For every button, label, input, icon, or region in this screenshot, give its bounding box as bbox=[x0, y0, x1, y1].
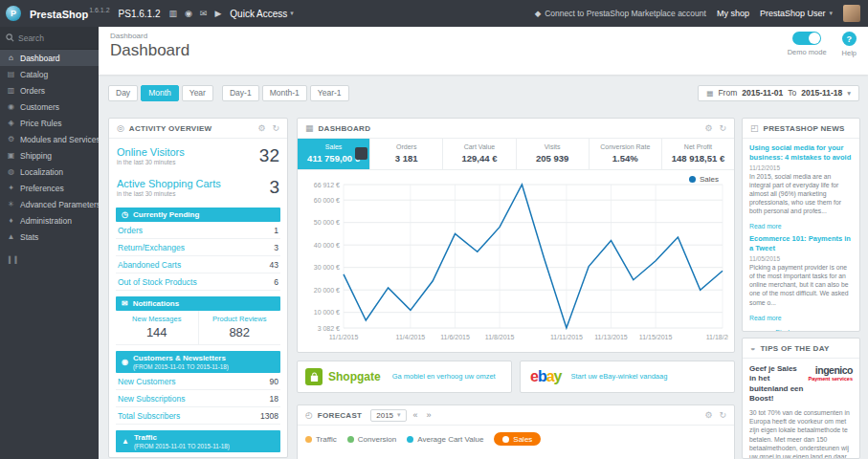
ebay-ad-panel[interactable]: ebay Start uw eBay-winkel vandaag bbox=[520, 361, 735, 393]
sidebar-item-orders[interactable]: ▥Orders bbox=[0, 82, 99, 98]
pending-title: Currently Pending bbox=[133, 210, 199, 219]
online-visitors-value: 32 bbox=[259, 145, 279, 166]
news-icon: ◰ bbox=[750, 123, 759, 133]
gear-icon[interactable]: ⚙ bbox=[704, 410, 712, 420]
row-label[interactable]: Out of Stock Products bbox=[118, 277, 197, 287]
row-label[interactable]: Total Subscribers bbox=[118, 411, 180, 421]
pending-row-orders: Orders1 bbox=[116, 222, 280, 239]
news-article-title[interactable]: Using social media for your business: 4 … bbox=[749, 143, 853, 163]
sidebar-item-label: Catalog bbox=[20, 70, 48, 79]
read-more-link[interactable]: Read more bbox=[749, 315, 782, 321]
online-visitors-label[interactable]: Online Visitors bbox=[117, 146, 185, 158]
page-header: Dashboard Dashboard Demo mode ? Help bbox=[99, 27, 868, 75]
messages-icon[interactable]: ✉ bbox=[200, 9, 208, 18]
help-icon[interactable]: ? bbox=[842, 32, 857, 46]
forecast-tab-conversion[interactable]: Conversion bbox=[347, 435, 396, 444]
marketplace-label: Connect to PrestaShop Marketplace accoun… bbox=[545, 9, 706, 18]
sidebar-item-stats[interactable]: ▲Stats bbox=[0, 229, 99, 245]
kpi-visits[interactable]: Visits 205 939 bbox=[517, 139, 590, 169]
ebay-logo: ebay bbox=[530, 368, 562, 385]
cart-icon[interactable]: ▥ bbox=[168, 9, 177, 18]
row-value: 3 bbox=[274, 243, 278, 252]
sidebar-item-customers[interactable]: ◉Customers bbox=[0, 98, 99, 115]
row-value: 1 bbox=[274, 226, 278, 235]
forecast-tab-sales[interactable]: Sales bbox=[494, 432, 541, 446]
forecast-prev-button[interactable]: « bbox=[412, 410, 420, 420]
kpi-detail-button[interactable] bbox=[355, 147, 367, 160]
sales-chart-area: Sales 66 912 €60 000 €50 000 €40 000 €30… bbox=[298, 170, 734, 347]
help-label: Help bbox=[842, 49, 857, 57]
forecast-tab-traffic[interactable]: Traffic bbox=[305, 435, 337, 444]
customers-icon[interactable]: ◉ bbox=[185, 9, 192, 18]
marketplace-link[interactable]: ◆ Connect to PrestaShop Marketplace acco… bbox=[535, 9, 706, 18]
new-messages-label[interactable]: New Messages bbox=[116, 315, 198, 323]
dashboard-panel-title: DASHBOARD bbox=[319, 124, 371, 133]
kpi-cart-value[interactable]: Cart Value 129,44 € bbox=[443, 139, 516, 169]
active-carts-label[interactable]: Active Shopping Carts bbox=[117, 178, 221, 189]
search-input[interactable] bbox=[18, 33, 93, 43]
chart-legend[interactable]: Sales bbox=[689, 175, 719, 184]
customers-subtitle: (FROM 2015-11-01 TO 2015-11-18) bbox=[133, 363, 229, 370]
tips-panel-title: TIPS OF THE DAY bbox=[760, 344, 829, 353]
sidebar-collapse-toggle[interactable]: ▍▍ bbox=[9, 256, 90, 264]
orders-icon: ▥ bbox=[7, 86, 15, 95]
kpi-conversion-rate[interactable]: Conversion Rate 1.54% bbox=[590, 139, 662, 169]
gear-icon[interactable]: ⚙ bbox=[257, 123, 265, 133]
sidebar-item-administration[interactable]: ♦Administration bbox=[0, 212, 99, 229]
online-visitors-stat: Online Visitors in the last 30 minutes 3… bbox=[116, 139, 280, 170]
sidebar-item-dashboard[interactable]: ⌂Dashboard bbox=[0, 50, 99, 66]
shopgate-logo-icon bbox=[305, 368, 323, 385]
sidebar-item-preferences[interactable]: ✦Preferences bbox=[0, 180, 99, 196]
row-label[interactable]: New Subscriptions bbox=[118, 394, 185, 404]
filter-year-button[interactable]: Year bbox=[182, 85, 213, 101]
avatar[interactable] bbox=[843, 5, 860, 22]
my-shop-link[interactable]: My shop bbox=[717, 9, 749, 18]
refresh-icon[interactable]: ↻ bbox=[272, 123, 279, 133]
shopgate-ad-link[interactable]: Ga mobiel en verhoog uw omzet bbox=[392, 372, 496, 381]
sidebar-item-shipping[interactable]: ▣Shipping bbox=[0, 147, 99, 164]
filter-day-button[interactable]: Day bbox=[108, 85, 138, 101]
filter-day-1-button[interactable]: Day-1 bbox=[222, 85, 259, 101]
refresh-icon[interactable]: ↻ bbox=[719, 410, 726, 420]
row-label[interactable]: New Customers bbox=[118, 377, 175, 386]
filter-month-button[interactable]: Month bbox=[141, 85, 179, 101]
user-menu[interactable]: PrestaShop User ▾ bbox=[760, 9, 833, 18]
forecast-tab-average-cart-value[interactable]: Average Cart Value bbox=[407, 435, 483, 444]
sidebar-item-advanced-parameters[interactable]: ✳Advanced Parameters bbox=[0, 196, 99, 212]
date-range-picker[interactable]: ▦ From 2015-11-01 To 2015-11-18 ▾ bbox=[698, 85, 859, 101]
row-label[interactable]: Return/Exchanges bbox=[118, 243, 185, 252]
news-article-title[interactable]: Ecommerce 101: Payments in a Tweet bbox=[749, 234, 853, 253]
shop-name-link[interactable]: PS1.6.1.2 bbox=[119, 9, 161, 19]
row-label[interactable]: Orders bbox=[118, 226, 143, 235]
gear-icon[interactable]: ⚙ bbox=[704, 123, 712, 133]
kpi-orders[interactable]: Orders 3 181 bbox=[370, 139, 443, 169]
forecast-year-select[interactable]: 2015 ▾ bbox=[370, 409, 406, 422]
product-reviews-label[interactable]: Product Reviews bbox=[199, 315, 281, 323]
new-messages-cell: New Messages 144 bbox=[116, 311, 198, 344]
sidebar-item-modules[interactable]: ⚙Modules and Services bbox=[0, 131, 99, 147]
svg-text:66 912 €: 66 912 € bbox=[314, 182, 340, 188]
row-value: 1308 bbox=[260, 411, 278, 421]
ebay-ad-link[interactable]: Start uw eBay-winkel vandaag bbox=[571, 372, 668, 381]
quick-access-menu[interactable]: Quick Access ▾ bbox=[230, 9, 294, 19]
kpi-net-profit[interactable]: Net Profit 148 918,51 € bbox=[662, 139, 734, 169]
sidebar-item-label: Localization bbox=[20, 167, 63, 177]
sidebar-item-price-rules[interactable]: ◈Price Rules bbox=[0, 115, 99, 131]
filter-year-1-button[interactable]: Year-1 bbox=[310, 85, 349, 101]
kpi-sales[interactable]: Sales 411 759,00 € bbox=[298, 139, 370, 169]
sidebar-item-localization[interactable]: ◍Localization bbox=[0, 164, 99, 180]
refresh-icon[interactable]: ↻ bbox=[719, 123, 726, 133]
read-more-link[interactable]: Read more bbox=[749, 223, 782, 230]
news-article-excerpt: Picking a payment provider is one of the… bbox=[749, 263, 853, 307]
breadcrumb[interactable]: Dashboard bbox=[110, 32, 868, 40]
shopgate-ad-panel[interactable]: Shopgate Ga mobiel en verhoog uw omzet bbox=[297, 361, 512, 393]
prestashop-logo[interactable]: P bbox=[6, 6, 21, 21]
row-label[interactable]: Abandoned Carts bbox=[118, 260, 181, 270]
sidebar-item-catalog[interactable]: ▤Catalog bbox=[0, 66, 99, 82]
forecast-next-button[interactable]: » bbox=[425, 410, 434, 420]
google-analytics-link[interactable]: Link to your Google Analytics account bbox=[118, 456, 254, 459]
demo-mode-toggle[interactable] bbox=[792, 32, 821, 45]
rocket-icon[interactable]: ▶ bbox=[214, 9, 221, 18]
filter-month-1-button[interactable]: Month-1 bbox=[262, 85, 307, 101]
find-more-news-link[interactable]: Find more news bbox=[749, 328, 853, 332]
